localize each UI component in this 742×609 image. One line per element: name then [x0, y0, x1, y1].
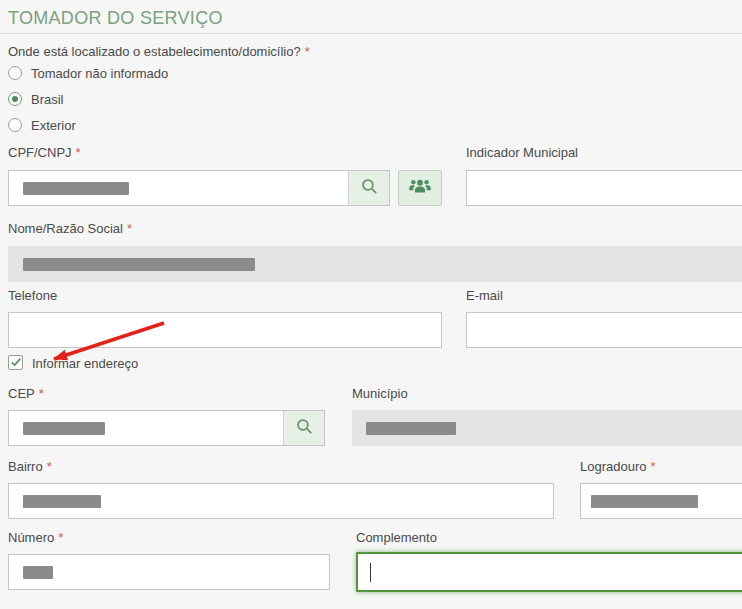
- required-asterisk: *: [651, 459, 656, 474]
- redacted-value: [366, 422, 456, 435]
- location-question-label: Onde está localizado o estabelecimento/d…: [8, 44, 310, 59]
- people-group-icon: [409, 176, 431, 200]
- radio-option-brasil[interactable]: Brasil: [8, 91, 64, 107]
- indicador-municipal-input[interactable]: [466, 170, 742, 206]
- required-asterisk: *: [58, 530, 63, 545]
- informar-endereco-label: Informar endereço: [32, 356, 138, 371]
- complemento-label: Complemento: [356, 530, 437, 545]
- required-asterisk: *: [127, 221, 132, 236]
- text-caret: [370, 563, 371, 582]
- radio-selected-icon[interactable]: [8, 92, 22, 106]
- radio-option-label: Brasil: [31, 92, 64, 107]
- redacted-value: [23, 182, 129, 195]
- bairro-input[interactable]: [8, 483, 554, 519]
- redacted-value: [23, 566, 53, 579]
- logradouro-input[interactable]: [580, 483, 742, 519]
- redacted-value: [23, 422, 105, 435]
- section-divider: [0, 33, 742, 34]
- cep-search-button[interactable]: [283, 411, 324, 445]
- informar-endereco-checkbox[interactable]: [8, 355, 23, 370]
- nome-razao-social-input: [8, 246, 742, 282]
- indicador-municipal-label: Indicador Municipal: [466, 145, 578, 160]
- select-tomador-contacts-button[interactable]: [398, 170, 442, 206]
- municipio-input: [352, 410, 742, 446]
- required-asterisk: *: [47, 459, 52, 474]
- nome-razao-social-label: Nome/Razão Social*: [8, 221, 132, 236]
- search-icon: [360, 177, 379, 200]
- required-asterisk: *: [76, 145, 81, 160]
- email-label: E-mail: [466, 288, 503, 303]
- radio-option-exterior[interactable]: Exterior: [8, 117, 76, 133]
- search-icon: [295, 417, 314, 440]
- page-title: TOMADOR DO SERVIÇO: [8, 8, 223, 29]
- numero-input[interactable]: [8, 554, 330, 590]
- redacted-value: [23, 495, 101, 508]
- cpf-cnpj-search-button[interactable]: [348, 171, 389, 205]
- cep-label: CEP*: [8, 386, 44, 401]
- radio-option-label: Exterior: [31, 118, 76, 133]
- complemento-input[interactable]: [356, 552, 742, 592]
- required-asterisk: *: [305, 44, 310, 59]
- email-input[interactable]: [466, 312, 742, 348]
- cpf-cnpj-input[interactable]: [9, 171, 348, 205]
- municipio-label: Município: [352, 386, 408, 401]
- cep-input[interactable]: [9, 411, 283, 445]
- radio-icon[interactable]: [8, 66, 22, 80]
- radio-option-tomador-nao-informado[interactable]: Tomador não informado: [8, 65, 168, 81]
- radio-option-label: Tomador não informado: [31, 66, 168, 81]
- required-asterisk: *: [39, 386, 44, 401]
- radio-icon[interactable]: [8, 118, 22, 132]
- redacted-value: [591, 495, 698, 508]
- logradouro-label: Logradouro*: [580, 459, 656, 474]
- bairro-label: Bairro*: [8, 459, 52, 474]
- cpf-cnpj-label: CPF/CNPJ*: [8, 145, 81, 160]
- checkmark-icon: [10, 354, 22, 372]
- numero-label: Número*: [8, 530, 63, 545]
- telefone-label: Telefone: [8, 288, 57, 303]
- telefone-input[interactable]: [8, 312, 442, 348]
- redacted-value: [23, 258, 255, 271]
